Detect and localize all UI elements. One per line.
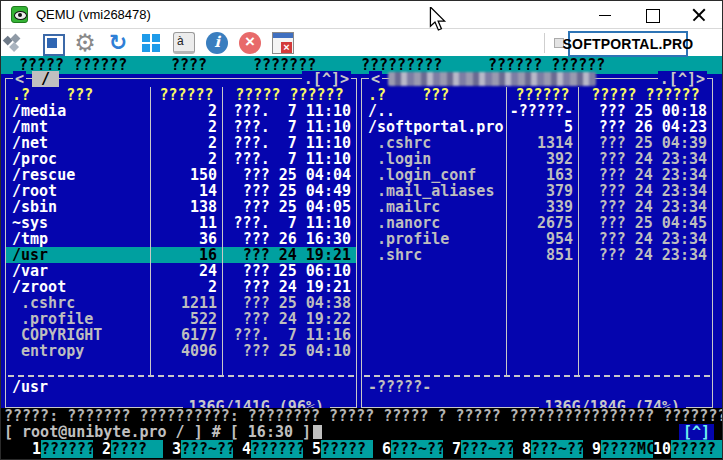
fkey-7[interactable]: 7???~??: [443, 440, 513, 458]
fkey-2[interactable]: 2????: [93, 440, 163, 458]
right-panel-up-marker[interactable]: .[^]>: [658, 71, 707, 87]
left-panel-scroll-left[interactable]: <: [13, 71, 26, 87]
file-row[interactable]: .profile954??? 24 23:34: [362, 231, 712, 247]
file-name: [6, 359, 150, 375]
file-name: /rescue: [6, 167, 150, 183]
info-icon[interactable]: i: [206, 32, 228, 54]
file-name: [362, 295, 506, 311]
keyboard-icon[interactable]: à: [173, 32, 195, 54]
fkey-6[interactable]: 6???~??: [373, 440, 443, 458]
file-row[interactable]: .nanorc2675??? 25 04:45: [362, 215, 712, 231]
fkey-number: 1: [23, 440, 41, 458]
file-name: .nanorc: [362, 215, 506, 231]
file-row[interactable]: /mnt2???. 7 11:10: [6, 119, 356, 135]
file-row[interactable]: /..-?????-??? 25 00:18: [362, 103, 712, 119]
qemu-app-icon: [11, 6, 28, 23]
close-button[interactable]: [692, 8, 706, 22]
column-header-size[interactable]: ??????: [506, 87, 578, 103]
right-panel-column-headers[interactable]: .? ??? ?????? ????? ??????: [362, 87, 712, 103]
file-row[interactable]: /zroot2??? 24 19:21: [6, 279, 356, 295]
file-date: ??? 25 04:49: [222, 183, 356, 199]
file-name: /mnt: [6, 119, 150, 135]
fkey-number: 7: [443, 440, 461, 458]
fkey-1[interactable]: 1??????: [23, 440, 93, 458]
right-panel[interactable]: < .[^]> .? ??? ?????? ????? ?????? /..-?…: [361, 78, 713, 408]
file-row[interactable]: /tmp36??? 26 16:30: [6, 231, 356, 247]
empty-row: [362, 311, 712, 327]
left-panel-path[interactable]: /: [32, 71, 59, 87]
fkey-4[interactable]: 4??????: [233, 440, 303, 458]
fkey-8[interactable]: 8???~??: [513, 440, 583, 458]
shutdown-icon[interactable]: [272, 32, 294, 54]
file-row[interactable]: /media2???. 7 11:10: [6, 103, 356, 119]
fullscreen-icon[interactable]: [41, 32, 63, 54]
file-date: ???. 7 11:10: [222, 119, 356, 135]
file-row[interactable]: /var24??? 25 06:10: [6, 263, 356, 279]
left-panel-column-headers[interactable]: .? ??? ?????? ????? ??????: [6, 87, 356, 103]
file-row[interactable]: /sbin138??? 25 04:05: [6, 199, 356, 215]
send-keys-icon[interactable]: [140, 32, 162, 54]
file-row[interactable]: .mail_aliases379??? 24 23:34: [362, 183, 712, 199]
file-size: 2: [150, 151, 222, 167]
title-bar[interactable]: QEMU (vmi268478): [1, 1, 722, 29]
file-date: ??? 24 23:34: [578, 231, 712, 247]
file-row[interactable]: /root14??? 25 04:49: [6, 183, 356, 199]
file-name: /var: [6, 263, 150, 279]
maximize-button[interactable]: [645, 8, 659, 22]
file-row[interactable]: .cshrc1314??? 25 04:39: [362, 135, 712, 151]
column-header-size[interactable]: ??????: [150, 87, 222, 103]
file-row[interactable]: .profile522??? 24 19:22: [6, 311, 356, 327]
shell-prompt[interactable]: [ root@unibyte.pro / ] # [ 16:30 ]: [4, 424, 322, 440]
file-row[interactable]: /softportal.pro5??? 26 04:23: [362, 119, 712, 135]
mc-hint-line: ?????: ??????? ??????????: ???????? ????…: [4, 408, 722, 424]
file-row[interactable]: .login_conf163??? 24 23:34: [362, 167, 712, 183]
left-panel-up-marker[interactable]: .[^]>: [302, 71, 351, 87]
menu-item-2[interactable]: ????: [171, 57, 207, 73]
column-header-name[interactable]: .? ???: [6, 87, 150, 103]
file-name: .mailrc: [362, 199, 506, 215]
file-row[interactable]: .cshrc1211??? 25 04:38: [6, 295, 356, 311]
file-date: ???. 7 11:10: [222, 215, 356, 231]
file-row[interactable]: entropy4096??? 25 04:10: [6, 343, 356, 359]
refresh-icon[interactable]: ↻: [107, 32, 129, 54]
minimize-button[interactable]: [598, 8, 612, 22]
file-date: ??? 24 23:34: [578, 183, 712, 199]
menu-item-5[interactable]: ?????? ??????: [488, 57, 605, 73]
fkey-3[interactable]: 3???~??: [163, 440, 233, 458]
vm-cubes-icon[interactable]: [8, 32, 30, 54]
fkey-number: 2: [93, 440, 111, 458]
file-name: /proc: [6, 151, 150, 167]
panel-toggle-button[interactable]: [^]: [679, 424, 714, 440]
fkey-number: 8: [513, 440, 531, 458]
window-controls: [598, 8, 722, 22]
fkey-label: ????MC: [601, 440, 653, 458]
file-size: 1211: [150, 295, 222, 311]
right-file-list: /..-?????-??? 25 00:18/softportal.pro5??…: [362, 103, 712, 375]
file-row[interactable]: /usr16??? 24 19:21: [6, 247, 356, 263]
file-row[interactable]: COPYRIGHT6177???. 7 11:16: [6, 327, 356, 343]
file-row[interactable]: ~sys11???. 7 11:10: [6, 215, 356, 231]
file-row[interactable]: /net2???. 7 11:10: [6, 135, 356, 151]
fkey-10[interactable]: 10?????: [653, 440, 722, 458]
column-header-name[interactable]: .? ???: [362, 87, 506, 103]
file-row[interactable]: /proc2???. 7 11:10: [6, 151, 356, 167]
file-name: ~sys: [6, 215, 150, 231]
column-header-date[interactable]: ????? ??????: [578, 87, 712, 103]
file-row[interactable]: /rescue150??? 25 04:04: [6, 167, 356, 183]
right-panel-scroll-left[interactable]: <: [369, 71, 382, 87]
column-header-date[interactable]: ????? ??????: [222, 87, 356, 103]
file-date: [578, 295, 712, 311]
left-panel[interactable]: < / .[^]> .? ??? ?????? ????? ?????? /me…: [5, 78, 357, 408]
file-date: ??? 25 00:18: [578, 103, 712, 119]
file-size: 1314: [506, 135, 578, 151]
terminal[interactable]: ????? ???????????????????????????????? ?…: [1, 56, 722, 459]
fkey-5[interactable]: 5?????: [303, 440, 373, 458]
file-date: [578, 327, 712, 343]
fkey-9[interactable]: 9????MC: [583, 440, 653, 458]
disconnect-icon[interactable]: ×: [239, 32, 261, 54]
file-name: /softportal.pro: [362, 119, 506, 135]
file-row[interactable]: .login392??? 24 23:34: [362, 151, 712, 167]
file-row[interactable]: .shrc851??? 24 23:34: [362, 247, 712, 263]
file-row[interactable]: .mailrc339??? 24 23:34: [362, 199, 712, 215]
settings-icon[interactable]: ⚙: [74, 32, 96, 54]
